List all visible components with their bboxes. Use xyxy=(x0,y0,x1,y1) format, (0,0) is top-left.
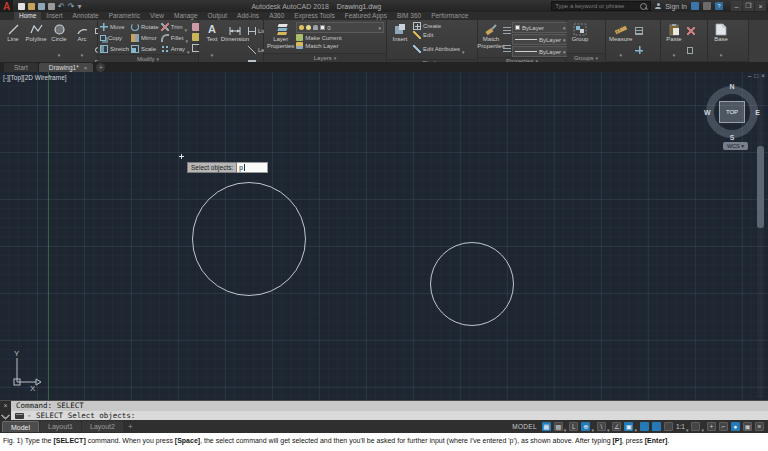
ribbon-tab-insert[interactable]: Insert xyxy=(41,12,67,20)
copy-clip-icon[interactable] xyxy=(687,47,693,54)
annotation-autoscale-icon[interactable] xyxy=(652,422,661,431)
recent-commands-icon[interactable] xyxy=(15,413,24,419)
layer-properties-button[interactable]: Layer Properties xyxy=(266,21,295,53)
customization-icon[interactable]: ≡ xyxy=(755,422,764,431)
close-button[interactable]: × xyxy=(755,1,766,11)
undo-icon[interactable]: ↶ xyxy=(58,3,65,10)
autocad-logo-icon[interactable]: A xyxy=(0,0,13,12)
layer-dropdown-caret-icon[interactable] xyxy=(378,25,381,31)
group-button[interactable]: Group xyxy=(569,21,591,53)
insert-block-button[interactable]: Insert xyxy=(389,21,411,59)
plot-icon[interactable] xyxy=(48,3,55,10)
help-icon[interactable]: ? xyxy=(715,2,723,10)
sign-in-button[interactable]: Sign In xyxy=(665,3,687,10)
layers-panel-title[interactable]: Layers xyxy=(264,53,386,62)
transparency-icon[interactable] xyxy=(503,44,511,52)
ribbon-tab-output[interactable]: Output xyxy=(203,12,233,20)
ribbon-tab-annotate[interactable]: Annotate xyxy=(68,12,104,20)
ribbon-tab-express-tools[interactable]: Express Tools xyxy=(289,12,339,20)
circle-dropdown-icon[interactable] xyxy=(58,43,61,61)
edit-block-button[interactable]: Edit xyxy=(413,31,465,39)
properties-list-icon[interactable] xyxy=(503,26,511,34)
viewcube-north[interactable]: N xyxy=(729,83,734,90)
save-icon[interactable] xyxy=(38,3,45,10)
viewport-scrollbar[interactable] xyxy=(757,74,764,398)
cut-icon[interactable] xyxy=(687,27,695,35)
circle-entity-2[interactable] xyxy=(430,242,514,326)
ribbon-tab-performance[interactable]: Performance xyxy=(426,12,473,20)
scale-button[interactable]: Scale xyxy=(131,45,159,53)
viewcube-west[interactable]: W xyxy=(704,109,711,116)
base-button[interactable]: Base xyxy=(710,21,732,61)
stretch-button[interactable]: Stretch xyxy=(100,45,129,53)
measure-button[interactable]: Measure xyxy=(608,21,633,61)
file-tab-start[interactable]: Start xyxy=(4,63,38,72)
viewcube-south[interactable]: S xyxy=(730,134,735,141)
clean-screen-icon[interactable]: ▣ xyxy=(743,422,752,431)
mirror-button[interactable]: Mirror xyxy=(131,34,159,42)
id-point-icon[interactable] xyxy=(635,46,643,54)
ribbon-tab-a360[interactable]: A360 xyxy=(264,12,289,20)
model-space-label[interactable]: MODEL xyxy=(512,423,537,430)
edit-attributes-button[interactable]: Edit Attributes xyxy=(413,40,465,58)
make-current-button[interactable]: Make Current xyxy=(296,34,384,41)
command-close-icon[interactable]: × xyxy=(3,402,7,409)
viewcube-top-face[interactable]: TOP xyxy=(719,101,745,123)
quick-properties-icon[interactable]: ⌐ xyxy=(719,422,728,431)
search-input[interactable]: Type a keyword or phrase xyxy=(551,1,651,11)
a360-icon[interactable] xyxy=(691,2,699,10)
text-dropdown-icon[interactable] xyxy=(211,43,214,61)
drawing-minimize-icon[interactable]: – xyxy=(748,72,752,79)
autodesk-app-store-icon[interactable] xyxy=(703,2,711,10)
ribbon-tab-add-ins[interactable]: Add-ins xyxy=(232,12,264,20)
lineweight-dropdown[interactable]: ByLayer xyxy=(512,34,569,45)
open-folder-icon[interactable] xyxy=(28,3,35,10)
object-color-caret-icon[interactable] xyxy=(563,25,566,31)
restore-button[interactable]: ❐ xyxy=(743,1,754,11)
annotation-visibility-icon[interactable] xyxy=(640,422,649,431)
wcs-menu-button[interactable]: WCS ▾ xyxy=(723,142,748,150)
edit-attributes-dropdown-icon[interactable] xyxy=(462,40,465,58)
rotate-button[interactable]: Rotate xyxy=(131,23,159,31)
ribbon-tab-home[interactable]: Home xyxy=(14,12,41,20)
circle-entity-1[interactable] xyxy=(192,182,306,296)
minimize-button[interactable]: – xyxy=(731,1,742,11)
arc-dropdown-icon[interactable] xyxy=(81,43,84,61)
create-block-button[interactable]: Create xyxy=(413,22,465,30)
object-color-dropdown[interactable]: ByLayer xyxy=(512,22,569,33)
viewport-scrollbar-thumb[interactable] xyxy=(757,146,764,228)
command-customize-icon[interactable] xyxy=(1,410,11,420)
viewport-controls-label[interactable]: [-][Top][2D Wireframe] xyxy=(3,74,67,81)
ribbon-tab-featured-apps[interactable]: Featured Apps xyxy=(340,12,392,20)
ortho-mode-icon[interactable]: L xyxy=(569,422,578,431)
copy-button[interactable]: Copy xyxy=(100,35,129,41)
dynamic-input-field[interactable]: p xyxy=(237,162,268,173)
new-file-icon[interactable] xyxy=(18,3,25,10)
ribbon-tab-parametric[interactable]: Parametric xyxy=(104,12,145,20)
new-layout-button[interactable]: + xyxy=(124,422,137,431)
layout-tab-model[interactable]: Model xyxy=(2,421,39,432)
move-button[interactable]: Move xyxy=(100,23,129,31)
drawing-area[interactable]: [-][Top][2D Wireframe] – □ × Select obje… xyxy=(0,72,768,400)
paste-dropdown-icon[interactable] xyxy=(673,43,676,61)
file-tab-drawing1[interactable]: Drawing1* xyxy=(39,63,94,72)
quick-calculator-icon[interactable] xyxy=(635,27,643,35)
paste-button[interactable]: Paste xyxy=(663,21,685,61)
groups-panel-title[interactable]: Groups xyxy=(567,53,605,62)
match-properties-button[interactable]: Match Properties xyxy=(480,21,502,57)
graphics-performance-icon[interactable]: ● xyxy=(731,422,740,431)
base-dropdown-icon[interactable] xyxy=(720,43,723,61)
ribbon-tab-bim-360[interactable]: BIM 360 xyxy=(392,12,426,20)
redo-icon[interactable]: ↷ xyxy=(68,3,75,10)
lineweight-caret-icon[interactable] xyxy=(563,37,566,43)
linetype-dropdown[interactable]: ByLayer xyxy=(512,46,569,57)
search-icon[interactable] xyxy=(640,3,647,10)
viewcube[interactable]: N S W E TOP xyxy=(704,84,760,140)
annotation-scale-icon[interactable] xyxy=(664,422,673,431)
layout-tab-layout1[interactable]: Layout1 xyxy=(40,421,81,432)
match-layer-button[interactable]: Match Layer xyxy=(296,42,384,49)
linetype-caret-icon[interactable] xyxy=(563,49,566,55)
new-drawing-tab-button[interactable]: + xyxy=(96,63,105,72)
layout-tab-layout2[interactable]: Layout2 xyxy=(82,421,123,432)
annotation-monitor-icon[interactable]: + xyxy=(707,422,716,431)
